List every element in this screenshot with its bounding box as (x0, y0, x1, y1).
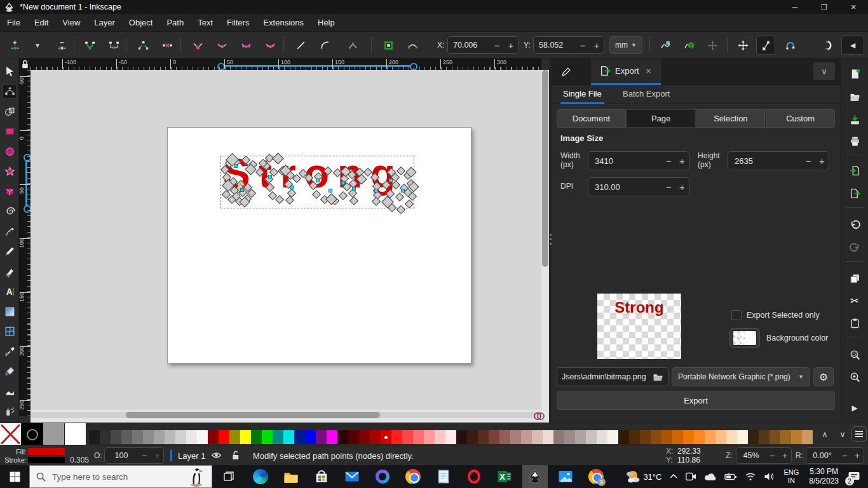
palette-swatch[interactable] (283, 430, 294, 444)
opacity-plus[interactable]: + (151, 451, 163, 461)
palette-swatch[interactable] (553, 430, 564, 444)
notification-center[interactable]: 2 (844, 465, 868, 488)
palette-swatch[interactable] (175, 430, 186, 444)
selected-node-mark[interactable] (401, 189, 405, 193)
palette-swatch[interactable] (445, 430, 456, 444)
palette-swatch[interactable] (186, 430, 197, 444)
shape-builder-tool[interactable] (2, 104, 17, 119)
duplicate-button[interactable] (846, 270, 863, 287)
palette-swatch[interactable] (121, 430, 132, 444)
layer-visibility-icon[interactable] (211, 450, 222, 461)
menu-path[interactable]: Path (159, 14, 191, 32)
palette-swatch[interactable] (478, 430, 489, 444)
browse-folder-icon[interactable] (653, 372, 663, 383)
width-input[interactable]: 3410−+ (588, 151, 689, 170)
star-tool[interactable] (2, 164, 17, 179)
make-curve-button[interactable] (315, 36, 334, 55)
break-nodes-button[interactable] (133, 36, 153, 55)
auto-node-button[interactable] (261, 36, 280, 55)
dropper-tool[interactable] (2, 344, 17, 359)
new-document-button[interactable] (846, 65, 863, 82)
menu-filters[interactable]: Filters (220, 14, 256, 32)
rotation-input[interactable]: 0.00°−+ (806, 447, 864, 464)
make-line-button[interactable] (291, 36, 310, 55)
export-settings-button[interactable]: ⚙ (813, 367, 834, 386)
selected-node-mark[interactable] (341, 181, 345, 185)
y-plus-button[interactable]: + (590, 40, 604, 51)
palette-swatch[interactable] (489, 430, 499, 444)
maximize-button[interactable]: ❐ (810, 0, 839, 14)
menu-edit[interactable]: Edit (27, 14, 55, 32)
app-file-explorer[interactable] (278, 465, 304, 488)
app-opera[interactable] (461, 465, 487, 488)
print-button[interactable] (846, 133, 863, 149)
palette-swatch[interactable] (348, 430, 359, 444)
join-with-segment-button[interactable] (104, 36, 123, 55)
open-file-button[interactable] (846, 88, 863, 105)
horizontal-scrollbar-thumb[interactable] (126, 412, 380, 418)
y-coord-input[interactable]: 58.052−+ (533, 36, 604, 54)
palette-swatch[interactable] (197, 430, 208, 444)
edit-mask-button[interactable] (679, 36, 698, 55)
redo-button[interactable] (846, 239, 863, 255)
palette-swatch[interactable] (564, 430, 575, 444)
export-selected-checkbox[interactable] (731, 310, 742, 320)
app-chrome[interactable] (400, 465, 426, 488)
palette-swatch[interactable] (305, 430, 316, 444)
cut-button[interactable]: ✂ (846, 292, 863, 309)
smooth-node-button[interactable] (212, 36, 231, 55)
palette-swatch[interactable] (726, 430, 737, 444)
palette-swatch[interactable] (521, 430, 532, 444)
palette-swatch[interactable] (802, 430, 813, 444)
selector-tool[interactable] (2, 64, 17, 79)
tray-expand-chevron[interactable] (665, 465, 682, 488)
app-edge[interactable] (248, 465, 273, 488)
app-office-loop[interactable] (370, 465, 395, 488)
mesh-tool[interactable] (2, 324, 17, 339)
app-chrome-profile[interactable]: S (583, 465, 609, 488)
ruler-lock[interactable] (19, 58, 31, 70)
close-export-tab-icon[interactable]: ✕ (646, 67, 652, 76)
palette-swatch[interactable] (424, 430, 435, 444)
app-excel[interactable]: X (492, 465, 517, 488)
palette-swatch[interactable] (251, 430, 262, 444)
palette-swatch[interactable] (791, 430, 802, 444)
selected-node-mark[interactable] (329, 189, 332, 193)
palette-swatch[interactable] (262, 430, 273, 444)
zoom-selection-button[interactable] (846, 346, 863, 363)
palette-swatch[interactable] (607, 430, 618, 444)
undo-button[interactable] (846, 216, 863, 233)
area-button-selection[interactable]: Selection (696, 109, 766, 128)
height-plus-button[interactable]: + (815, 156, 829, 166)
white-swatch[interactable] (65, 423, 86, 445)
show-outline-button[interactable] (756, 36, 775, 55)
palette-swatch[interactable] (759, 430, 770, 444)
selected-node-mark[interactable] (374, 189, 378, 193)
zoom-minus[interactable]: − (766, 451, 778, 461)
show-transform-handles-button[interactable] (703, 36, 722, 55)
battery-icon[interactable] (721, 465, 741, 488)
edit-clip-button[interactable] (656, 36, 675, 55)
menu-object[interactable]: Object (122, 14, 160, 32)
join-nodes-button[interactable] (80, 36, 99, 55)
gradient-tool[interactable] (2, 304, 17, 319)
palette-swatch[interactable] (618, 430, 629, 444)
selected-node-mark[interactable] (316, 179, 320, 182)
weather-widget[interactable]: 31°C (621, 465, 665, 488)
volume-icon[interactable] (760, 465, 778, 488)
object-to-path-button[interactable] (379, 36, 398, 55)
calligraphy-tool[interactable] (2, 264, 17, 279)
wifi-icon[interactable] (741, 465, 760, 488)
box3d-tool[interactable] (2, 184, 17, 199)
delete-segment-button[interactable] (158, 36, 177, 55)
export-button[interactable]: Export (557, 391, 835, 410)
text-tool[interactable]: A (2, 284, 17, 299)
menu-file[interactable]: File (0, 14, 27, 32)
palette-swatch[interactable] (510, 430, 521, 444)
taskbar-search[interactable]: Type here to search (29, 465, 212, 488)
black-swatch[interactable] (22, 423, 43, 445)
stroke-to-path-button[interactable] (403, 36, 422, 55)
minimize-button[interactable]: ─ (780, 0, 810, 14)
dpi-input[interactable]: 310.00−+ (588, 177, 689, 196)
app-store[interactable] (309, 465, 334, 488)
